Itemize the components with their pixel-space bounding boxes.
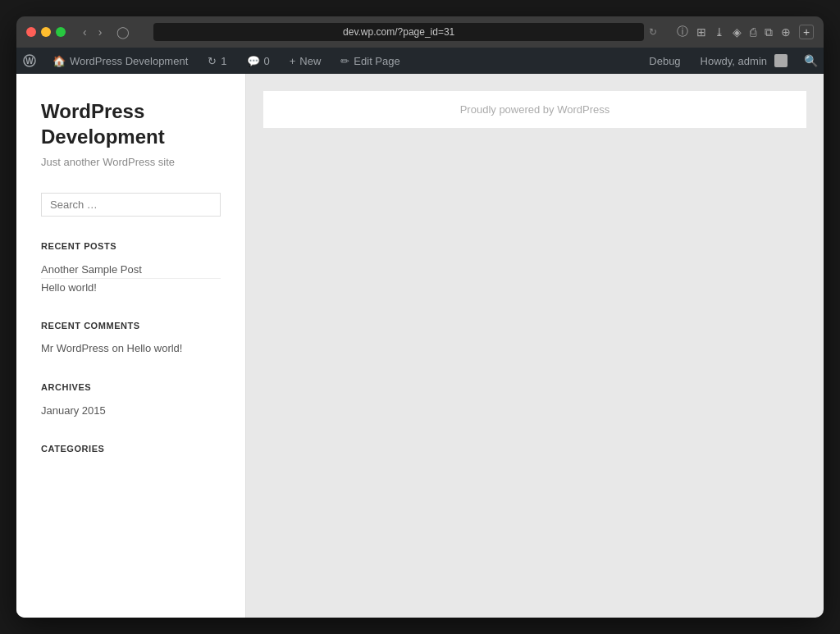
updates-count: 1	[221, 55, 226, 67]
minimize-button[interactable]	[41, 27, 51, 37]
wp-logo[interactable]: W	[16, 48, 43, 74]
debug-item[interactable]: Debug	[639, 48, 690, 74]
wp-admin-bar: W 🏠 WordPress Development ↻ 1 💬 0 + New …	[16, 48, 824, 74]
download-icon[interactable]: ⊕	[781, 25, 791, 39]
updates-icon: ↻	[208, 55, 217, 67]
new-item[interactable]: + New	[280, 48, 331, 74]
recent-posts-section: RECENT POSTS Another Sample Post Hello w…	[41, 241, 221, 296]
nav-buttons: ‹ ›	[79, 24, 106, 40]
search-input[interactable]	[41, 193, 221, 217]
new-tab-button[interactable]: +	[799, 25, 814, 39]
layers-icon[interactable]: ⊞	[696, 25, 706, 39]
plus-icon: +	[290, 55, 296, 67]
edit-page-item[interactable]: ✏ Edit Page	[331, 48, 409, 74]
powered-by-text: Proudly powered by WordPress	[288, 103, 782, 116]
edit-page-label: Edit Page	[354, 55, 399, 67]
traffic-lights	[26, 27, 66, 37]
browser-content: WordPress Development Just another WordP…	[16, 74, 824, 618]
howdy-label: Howdy, admin	[701, 55, 767, 67]
site-name-text: WordPress Development	[70, 55, 188, 67]
reload-icon[interactable]: ↻	[649, 26, 657, 38]
comments-icon: 💬	[247, 55, 260, 67]
reader-view-button[interactable]: ◯	[112, 24, 134, 40]
info-icon[interactable]: ⓘ	[677, 25, 688, 39]
comment-post-link[interactable]: Hello world!	[127, 342, 183, 354]
admin-bar-right: Debug Howdy, admin 🔍	[639, 48, 824, 74]
debug-label: Debug	[649, 55, 680, 67]
categories-section: CATEGORIES	[41, 444, 221, 454]
copy-icon[interactable]: ⧉	[765, 25, 773, 39]
back-button[interactable]: ‹	[79, 24, 91, 40]
site-name-item[interactable]: 🏠 WordPress Development	[43, 48, 198, 74]
recent-posts-title: RECENT POSTS	[41, 241, 221, 251]
archives-title: ARCHIVES	[41, 382, 221, 392]
pocket-icon[interactable]: ◈	[733, 25, 742, 39]
pencil-icon: ✏	[340, 55, 349, 67]
arrow-icon[interactable]: ⤓	[714, 25, 724, 39]
footer-bar: Proudly powered by WordPress	[262, 90, 807, 129]
categories-title: CATEGORIES	[41, 444, 221, 454]
search-button[interactable]: 🔍	[797, 48, 824, 74]
wp-main: Proudly powered by WordPress	[246, 74, 824, 618]
site-title[interactable]: WordPress Development	[41, 98, 221, 149]
comment-on-text: on	[112, 342, 126, 354]
updates-item[interactable]: ↻ 1	[198, 48, 236, 74]
wp-site: WordPress Development Just another WordP…	[16, 74, 824, 618]
comment-author-link[interactable]: Mr WordPress	[41, 342, 109, 354]
recent-post-link-0[interactable]: Another Sample Post	[41, 261, 221, 279]
avatar	[774, 54, 788, 67]
maximize-button[interactable]	[56, 27, 66, 37]
share-icon[interactable]: ⎙	[750, 25, 756, 39]
archive-link-0[interactable]: January 2015	[41, 402, 221, 419]
comments-count: 0	[264, 55, 270, 67]
site-tagline: Just another WordPress site	[41, 156, 221, 168]
browser-toolbar-icons: ⓘ ⊞ ⤓ ◈ ⎙ ⧉ ⊕ +	[677, 25, 814, 39]
address-bar-container: ↻	[153, 23, 657, 41]
recent-comment: Mr WordPress on Hello world!	[41, 340, 221, 358]
svg-text:W: W	[25, 57, 34, 66]
address-bar[interactable]	[153, 23, 644, 41]
recent-comments-title: RECENT COMMENTS	[41, 321, 221, 331]
forward-button[interactable]: ›	[94, 24, 107, 40]
comments-item[interactable]: 💬 0	[237, 48, 280, 74]
howdy-item[interactable]: Howdy, admin	[691, 48, 797, 74]
powered-by-link[interactable]: Proudly powered by WordPress	[460, 103, 610, 116]
archives-section: ARCHIVES January 2015	[41, 382, 221, 419]
new-label: New	[299, 55, 321, 67]
recent-comments-section: RECENT COMMENTS Mr WordPress on Hello wo…	[41, 321, 221, 358]
wp-sidebar: WordPress Development Just another WordP…	[16, 74, 246, 618]
site-name-icon: 🏠	[52, 55, 66, 67]
recent-post-link-1[interactable]: Hello world!	[41, 279, 221, 296]
admin-bar-left: 🏠 WordPress Development ↻ 1 💬 0 + New ✏ …	[43, 48, 639, 74]
close-button[interactable]	[26, 27, 36, 37]
